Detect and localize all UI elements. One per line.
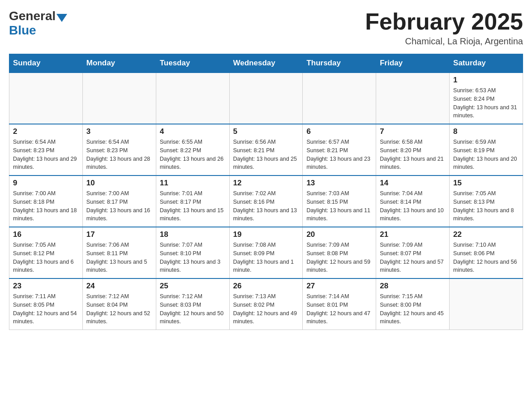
calendar-cell: 4Sunrise: 6:55 AMSunset: 8:22 PMDaylight… [156, 124, 229, 176]
calendar-cell: 13Sunrise: 7:03 AMSunset: 8:15 PMDayligh… [303, 176, 376, 227]
day-number: 10 [86, 179, 152, 188]
day-sun-info: Sunrise: 7:11 AMSunset: 8:05 PMDaylight:… [13, 292, 79, 326]
day-sun-info: Sunrise: 7:14 AMSunset: 8:01 PMDaylight:… [306, 292, 372, 326]
day-sun-info: Sunrise: 7:13 AMSunset: 8:02 PMDaylight:… [233, 292, 299, 326]
day-sun-info: Sunrise: 7:05 AMSunset: 8:12 PMDaylight:… [13, 241, 79, 274]
day-sun-info: Sunrise: 6:57 AMSunset: 8:21 PMDaylight:… [306, 138, 372, 171]
calendar-cell: 15Sunrise: 7:05 AMSunset: 8:13 PMDayligh… [450, 176, 523, 227]
day-sun-info: Sunrise: 6:59 AMSunset: 8:19 PMDaylight:… [453, 138, 519, 171]
day-sun-info: Sunrise: 7:05 AMSunset: 8:13 PMDaylight:… [453, 189, 519, 223]
day-sun-info: Sunrise: 7:01 AMSunset: 8:17 PMDaylight:… [160, 189, 226, 223]
day-number: 14 [380, 179, 446, 188]
calendar-table: SundayMondayTuesdayWednesdayThursdayFrid… [9, 54, 523, 330]
calendar-week-row-3: 9Sunrise: 7:00 AMSunset: 8:18 PMDaylight… [9, 176, 523, 227]
calendar-weekday-tuesday: Tuesday [156, 54, 229, 73]
day-sun-info: Sunrise: 7:08 AMSunset: 8:09 PMDaylight:… [233, 241, 299, 274]
title-block: February 2025 Chamical, La Rioja, Argent… [365, 9, 523, 47]
day-number: 19 [233, 230, 299, 239]
day-sun-info: Sunrise: 6:54 AMSunset: 8:23 PMDaylight:… [13, 138, 79, 171]
calendar-weekday-monday: Monday [82, 54, 156, 73]
day-number: 28 [380, 282, 446, 291]
calendar-cell: 14Sunrise: 7:04 AMSunset: 8:14 PMDayligh… [376, 176, 450, 227]
day-sun-info: Sunrise: 7:09 AMSunset: 8:07 PMDaylight:… [380, 241, 446, 274]
day-number: 11 [160, 179, 226, 188]
logo-triangle-icon [56, 14, 67, 22]
calendar-cell: 8Sunrise: 6:59 AMSunset: 8:19 PMDaylight… [450, 124, 523, 176]
calendar-cell [303, 73, 376, 124]
calendar-cell: 27Sunrise: 7:14 AMSunset: 8:01 PMDayligh… [303, 278, 376, 330]
day-sun-info: Sunrise: 6:53 AMSunset: 8:24 PMDaylight:… [453, 86, 519, 120]
day-number: 8 [453, 127, 519, 136]
calendar-cell: 1Sunrise: 6:53 AMSunset: 8:24 PMDaylight… [450, 73, 523, 124]
calendar-cell: 28Sunrise: 7:15 AMSunset: 8:00 PMDayligh… [376, 278, 450, 330]
calendar-week-row-4: 16Sunrise: 7:05 AMSunset: 8:12 PMDayligh… [9, 227, 523, 278]
logo-blue-text: Blue [9, 23, 36, 38]
day-sun-info: Sunrise: 7:10 AMSunset: 8:06 PMDaylight:… [453, 241, 519, 274]
calendar-cell: 22Sunrise: 7:10 AMSunset: 8:06 PMDayligh… [450, 227, 523, 278]
day-number: 7 [380, 127, 446, 136]
calendar-cell: 6Sunrise: 6:57 AMSunset: 8:21 PMDaylight… [303, 124, 376, 176]
calendar-cell [229, 73, 303, 124]
day-number: 23 [13, 282, 79, 291]
calendar-cell: 9Sunrise: 7:00 AMSunset: 8:18 PMDaylight… [9, 176, 83, 227]
day-number: 15 [453, 179, 519, 188]
page-header: General Blue February 2025 Chamical, La … [9, 9, 523, 47]
day-sun-info: Sunrise: 6:56 AMSunset: 8:21 PMDaylight:… [233, 138, 299, 171]
calendar-week-row-1: 1Sunrise: 6:53 AMSunset: 8:24 PMDaylight… [9, 73, 523, 124]
day-number: 5 [233, 127, 299, 136]
calendar-cell: 12Sunrise: 7:02 AMSunset: 8:16 PMDayligh… [229, 176, 303, 227]
day-sun-info: Sunrise: 7:12 AMSunset: 8:03 PMDaylight:… [160, 292, 226, 326]
day-number: 1 [453, 76, 519, 85]
calendar-cell: 18Sunrise: 7:07 AMSunset: 8:10 PMDayligh… [156, 227, 229, 278]
day-sun-info: Sunrise: 7:15 AMSunset: 8:00 PMDaylight:… [380, 292, 446, 326]
calendar-cell: 16Sunrise: 7:05 AMSunset: 8:12 PMDayligh… [9, 227, 83, 278]
day-number: 20 [306, 230, 372, 239]
calendar-cell: 7Sunrise: 6:58 AMSunset: 8:20 PMDaylight… [376, 124, 450, 176]
day-number: 16 [13, 230, 79, 239]
calendar-cell: 3Sunrise: 6:54 AMSunset: 8:23 PMDaylight… [82, 124, 156, 176]
day-sun-info: Sunrise: 6:58 AMSunset: 8:20 PMDaylight:… [380, 138, 446, 171]
calendar-cell: 10Sunrise: 7:00 AMSunset: 8:17 PMDayligh… [82, 176, 156, 227]
calendar-header-row: SundayMondayTuesdayWednesdayThursdayFrid… [9, 54, 523, 73]
day-number: 21 [380, 230, 446, 239]
day-sun-info: Sunrise: 7:09 AMSunset: 8:08 PMDaylight:… [306, 241, 372, 274]
day-sun-info: Sunrise: 7:12 AMSunset: 8:04 PMDaylight:… [86, 292, 152, 326]
logo: General Blue [9, 9, 68, 38]
calendar-cell [82, 73, 156, 124]
day-number: 25 [160, 282, 226, 291]
calendar-cell: 20Sunrise: 7:09 AMSunset: 8:08 PMDayligh… [303, 227, 376, 278]
calendar-weekday-thursday: Thursday [303, 54, 376, 73]
day-number: 13 [306, 179, 372, 188]
day-number: 3 [86, 127, 152, 136]
day-sun-info: Sunrise: 7:06 AMSunset: 8:11 PMDaylight:… [86, 241, 152, 274]
day-number: 27 [306, 282, 372, 291]
calendar-cell: 5Sunrise: 6:56 AMSunset: 8:21 PMDaylight… [229, 124, 303, 176]
day-sun-info: Sunrise: 7:00 AMSunset: 8:18 PMDaylight:… [13, 189, 79, 223]
calendar-cell: 19Sunrise: 7:08 AMSunset: 8:09 PMDayligh… [229, 227, 303, 278]
calendar-cell: 17Sunrise: 7:06 AMSunset: 8:11 PMDayligh… [82, 227, 156, 278]
calendar-weekday-wednesday: Wednesday [229, 54, 303, 73]
calendar-weekday-saturday: Saturday [450, 54, 523, 73]
day-number: 2 [13, 127, 79, 136]
calendar-cell: 21Sunrise: 7:09 AMSunset: 8:07 PMDayligh… [376, 227, 450, 278]
calendar-cell: 26Sunrise: 7:13 AMSunset: 8:02 PMDayligh… [229, 278, 303, 330]
day-number: 4 [160, 127, 226, 136]
calendar-cell [376, 73, 450, 124]
day-sun-info: Sunrise: 7:07 AMSunset: 8:10 PMDaylight:… [160, 241, 226, 274]
day-sun-info: Sunrise: 7:04 AMSunset: 8:14 PMDaylight:… [380, 189, 446, 223]
calendar-cell: 24Sunrise: 7:12 AMSunset: 8:04 PMDayligh… [82, 278, 156, 330]
day-number: 22 [453, 230, 519, 239]
calendar-weekday-sunday: Sunday [9, 54, 83, 73]
day-number: 26 [233, 282, 299, 291]
day-number: 17 [86, 230, 152, 239]
calendar-cell [156, 73, 229, 124]
month-title: February 2025 [365, 9, 523, 34]
location-text: Chamical, La Rioja, Argentina [365, 36, 523, 47]
calendar-cell: 2Sunrise: 6:54 AMSunset: 8:23 PMDaylight… [9, 124, 83, 176]
day-sun-info: Sunrise: 7:02 AMSunset: 8:16 PMDaylight:… [233, 189, 299, 223]
calendar-cell: 11Sunrise: 7:01 AMSunset: 8:17 PMDayligh… [156, 176, 229, 227]
day-sun-info: Sunrise: 7:00 AMSunset: 8:17 PMDaylight:… [86, 189, 152, 223]
day-number: 9 [13, 179, 79, 188]
day-sun-info: Sunrise: 6:55 AMSunset: 8:22 PMDaylight:… [160, 138, 226, 171]
day-sun-info: Sunrise: 7:03 AMSunset: 8:15 PMDaylight:… [306, 189, 372, 223]
